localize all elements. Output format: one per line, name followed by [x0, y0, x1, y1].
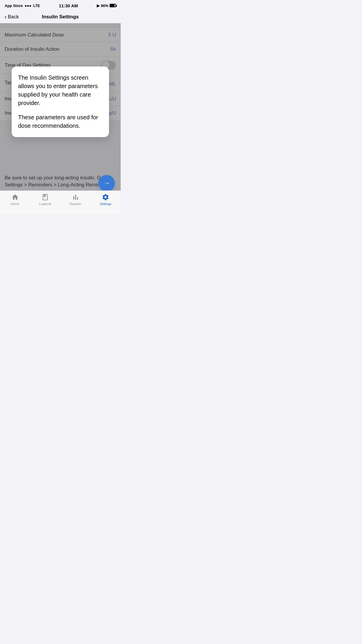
- next-arrow-icon: →: [104, 179, 110, 187]
- carrier-label: App Store: [5, 4, 23, 8]
- tooltip-text: The Insulin Settings screen allows you t…: [18, 74, 103, 130]
- tooltip-paragraph-1: The Insulin Settings screen allows you t…: [18, 74, 103, 107]
- tab-bar: Home Logbook Reports: [0, 190, 121, 215]
- tab-settings-label: Settings: [100, 202, 111, 206]
- signal-dots: ●●●: [24, 4, 31, 8]
- battery-icon: [110, 4, 116, 7]
- tab-logbook[interactable]: Logbook: [30, 193, 61, 206]
- status-left: App Store ●●● LTE: [5, 4, 40, 8]
- tab-logbook-label: Logbook: [39, 202, 51, 206]
- logbook-icon: [41, 193, 49, 201]
- reports-icon: [71, 193, 80, 201]
- tooltip-card: The Insulin Settings screen allows you t…: [12, 66, 109, 137]
- status-right: ▶ 86%: [97, 4, 116, 8]
- page: App Store ●●● LTE 11:30 AM ▶ 86% ‹ Back …: [0, 0, 121, 215]
- status-time: 11:30 AM: [59, 3, 78, 8]
- status-bar: App Store ●●● LTE 11:30 AM ▶ 86%: [0, 0, 121, 10]
- home-icon: [11, 193, 19, 201]
- tab-home-label: Home: [11, 202, 19, 206]
- location-icon: ▶: [97, 4, 100, 8]
- back-label: Back: [8, 14, 19, 20]
- back-chevron-icon: ‹: [5, 14, 7, 20]
- nav-bar: ‹ Back Insulin Settings: [0, 10, 121, 23]
- tab-settings[interactable]: Settings: [91, 193, 121, 206]
- tooltip-paragraph-2: These parameters are used for dose recom…: [18, 113, 103, 130]
- page-title: Insulin Settings: [42, 14, 79, 20]
- settings-icon: [101, 193, 110, 201]
- next-button[interactable]: →: [99, 175, 115, 191]
- tab-home[interactable]: Home: [0, 193, 30, 206]
- tab-reports[interactable]: Reports: [60, 193, 91, 206]
- battery-percent: 86%: [101, 4, 108, 8]
- content-area: Maximum Calculated Dose 5 U Duration of …: [0, 23, 121, 215]
- network-type: LTE: [33, 4, 40, 8]
- back-button[interactable]: ‹ Back: [5, 14, 19, 20]
- tab-reports-label: Reports: [70, 202, 81, 206]
